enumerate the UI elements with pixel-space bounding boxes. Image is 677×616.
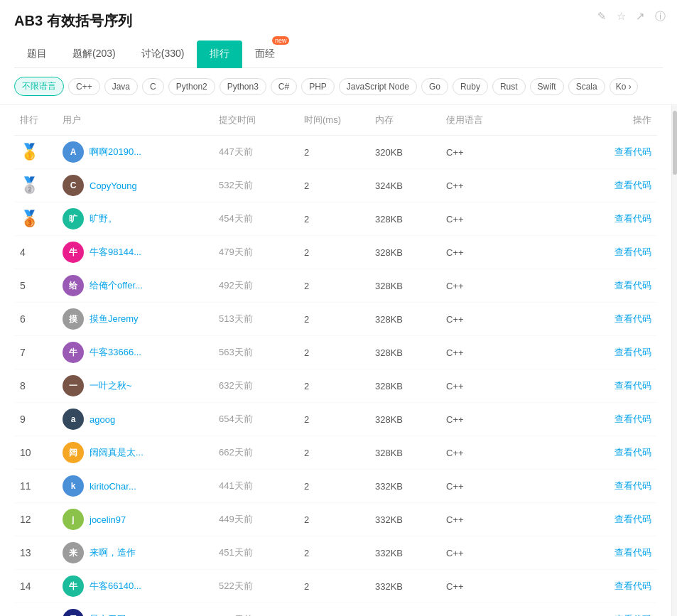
table-row: 4 牛 牛客98144... 479天前 2 328KB C++ 查看代码	[14, 236, 657, 269]
username-link[interactable]: 给俺个offer...	[90, 279, 143, 292]
username-link[interactable]: 一叶之秋~	[90, 379, 132, 392]
user-cell: 一 一叶之秋~	[57, 369, 213, 403]
memory-cell: 320KB	[369, 136, 440, 169]
view-code-link[interactable]: 查看代码	[614, 213, 651, 224]
ms-cell: 2	[298, 236, 369, 269]
time-ago-cell: 454天前	[213, 202, 298, 236]
language-filter: 不限语言 C++ Java C Python2 Python3 C# PHP J…	[0, 68, 677, 105]
username-link[interactable]: 来啊，造作	[90, 546, 136, 559]
col-header-lang: 使用语言	[440, 105, 526, 136]
ms-cell: 2	[298, 336, 369, 369]
scrollbar-track[interactable]	[671, 105, 677, 616]
lang-btn-more[interactable]: Ko ›	[610, 78, 638, 95]
lang-btn-all[interactable]: 不限语言	[14, 77, 64, 96]
table-row: 🥈 C CopyYoung 532天前 2 324KB C++ 查看代码	[14, 169, 657, 202]
avatar: 摸	[63, 308, 84, 330]
memory-cell: 332KB	[369, 603, 440, 617]
view-code-link[interactable]: 查看代码	[614, 146, 651, 157]
ms-cell: 2	[298, 470, 369, 503]
ms-cell: 2	[298, 369, 369, 403]
lang-btn-ruby[interactable]: Ruby	[453, 78, 488, 95]
lang-btn-csharp[interactable]: C#	[271, 78, 297, 95]
user-cell: 来 来啊，造作	[57, 536, 213, 570]
lang-btn-python3[interactable]: Python3	[220, 78, 266, 95]
star-icon[interactable]: ☆	[617, 10, 626, 23]
username-link[interactable]: 牛客98144...	[90, 246, 141, 259]
time-ago-cell: 479天前	[213, 236, 298, 269]
lang-btn-cpp[interactable]: C++	[68, 78, 100, 95]
rank-cell: 🥇	[14, 136, 57, 169]
username-link[interactable]: kiritoChar...	[90, 481, 136, 492]
lang-btn-c[interactable]: C	[142, 78, 164, 95]
user-cell: 摸 摸鱼Jeremy	[57, 303, 213, 336]
time-ago-cell: 522天前	[213, 570, 298, 603]
username-link[interactable]: agoog	[90, 414, 115, 425]
medal-gold-icon: 🥇	[20, 143, 39, 161]
rank-cell: 4	[14, 236, 57, 269]
rank-number: 7	[20, 347, 26, 358]
view-code-link[interactable]: 查看代码	[614, 414, 651, 424]
col-header-rank: 排行	[14, 105, 57, 136]
tab-solutions[interactable]: 题解(203)	[60, 40, 129, 67]
avatar: A	[63, 141, 84, 163]
medal-silver-icon: 🥈	[20, 176, 39, 195]
lang-btn-rust[interactable]: Rust	[492, 78, 526, 95]
lang-cell: C++	[440, 369, 526, 403]
tab-discuss[interactable]: 讨论(330)	[129, 40, 197, 67]
table-row: 🥇 A 啊啊20190... 447天前 2 320KB C++ 查看代码	[14, 136, 657, 169]
table-row: 5 给 给俺个offer... 492天前 2 328KB C++ 查看代码	[14, 269, 657, 303]
rank-cell: 15	[14, 603, 57, 617]
user-cell: 牛 牛客66140...	[57, 570, 213, 603]
lang-btn-java[interactable]: Java	[104, 78, 138, 95]
rank-cell: 12	[14, 503, 57, 536]
table-row: 13 来 来啊，造作 451天前 2 332KB C++ 查看代码	[14, 536, 657, 570]
username-link[interactable]: 摸鱼Jeremy	[90, 313, 139, 325]
username-link[interactable]: jocelin97	[90, 514, 126, 525]
lang-btn-go[interactable]: Go	[421, 78, 448, 95]
action-cell: 查看代码	[526, 403, 657, 436]
table-header: 排行 用户 提交时间 时间(ms) 内存 使用语言 操作	[14, 105, 657, 136]
view-code-link[interactable]: 查看代码	[614, 280, 651, 291]
table-row: 10 阔 阔阔真是太... 662天前 2 328KB C++ 查看代码	[14, 436, 657, 470]
view-code-link[interactable]: 查看代码	[614, 313, 651, 324]
view-code-link[interactable]: 查看代码	[614, 347, 651, 357]
username-link[interactable]: CopyYoung	[90, 180, 137, 191]
username-link[interactable]: 牛客66140...	[90, 580, 141, 593]
view-code-link[interactable]: 查看代码	[614, 480, 651, 491]
col-header-user: 用户	[57, 105, 213, 136]
tab-ranking[interactable]: 排行	[197, 40, 242, 67]
lang-btn-python2[interactable]: Python2	[168, 78, 215, 95]
medal-bronze-icon: 🥉	[20, 210, 39, 228]
user-cell: k kiritoChar...	[57, 470, 213, 503]
lang-cell: C++	[440, 336, 526, 369]
lang-btn-scala[interactable]: Scala	[568, 78, 605, 95]
username-link[interactable]: 啊啊20190...	[90, 146, 141, 158]
view-code-link[interactable]: 查看代码	[614, 580, 651, 591]
lang-btn-js-node[interactable]: JavaScript Node	[339, 78, 417, 95]
view-code-link[interactable]: 查看代码	[614, 247, 651, 257]
username-link[interactable]: 星空无限2...	[90, 613, 139, 616]
lang-btn-php[interactable]: PHP	[301, 78, 335, 95]
user-cell: 星 星空无限2...	[57, 603, 213, 617]
scrollbar-thumb[interactable]	[673, 111, 677, 175]
table-row: 8 一 一叶之秋~ 632天前 2 328KB C++ 查看代码	[14, 369, 657, 403]
share-icon[interactable]: ↗	[636, 10, 645, 23]
view-code-link[interactable]: 查看代码	[614, 180, 651, 190]
lang-btn-swift[interactable]: Swift	[530, 78, 564, 95]
username-link[interactable]: 牛客33666...	[90, 346, 141, 359]
view-code-link[interactable]: 查看代码	[614, 547, 651, 558]
action-cell: 查看代码	[526, 603, 657, 617]
rank-number: 10	[20, 447, 31, 458]
view-code-link[interactable]: 查看代码	[614, 380, 651, 391]
tab-interview[interactable]: 面经 new	[242, 40, 288, 67]
rank-number: 4	[20, 247, 26, 258]
edit-icon[interactable]: ✎	[597, 10, 607, 23]
view-code-link[interactable]: 查看代码	[614, 514, 651, 524]
memory-cell: 324KB	[369, 169, 440, 202]
username-link[interactable]: 阔阔真是太...	[90, 446, 143, 459]
tab-problem[interactable]: 题目	[14, 40, 60, 67]
ms-cell: 2	[298, 269, 369, 303]
username-link[interactable]: 旷野。	[90, 212, 117, 225]
view-code-link[interactable]: 查看代码	[614, 447, 651, 458]
info-icon[interactable]: ⓘ	[655, 10, 666, 23]
